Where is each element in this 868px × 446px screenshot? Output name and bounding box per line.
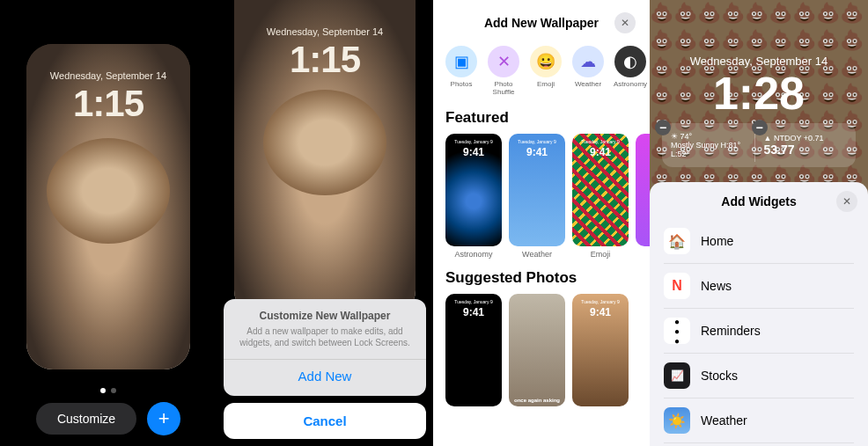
category-label: Emoji: [537, 81, 555, 89]
widget-app-reminders[interactable]: ●●● Reminders: [664, 309, 854, 354]
add-wallpaper-button[interactable]: +: [147, 402, 180, 435]
page-indicator: [0, 381, 217, 397]
wallpaper-thumb-emoji[interactable]: Tuesday, January 9 9:41: [572, 134, 629, 246]
featured-heading: Featured: [433, 106, 650, 134]
wallpaper-thumb-astronomy[interactable]: Tuesday, January 9 9:41: [445, 134, 502, 246]
weather-icon: ☀️: [664, 407, 690, 434]
suggested-photo-thumb[interactable]: Tuesday, January 9 9:41: [445, 294, 502, 406]
wallpaper-thumb-color[interactable]: [636, 134, 650, 246]
app-label: Stocks: [701, 369, 738, 383]
customize-prompt-panel: Wednesday, September 14 1:15 Customize N…: [217, 0, 433, 446]
sheet-header: Add Widgets ✕: [650, 182, 868, 219]
action-sheet-card: Customize New Wallpaper Add a new wallpa…: [224, 299, 426, 396]
widget-app-stocks[interactable]: 📈 Stocks: [664, 354, 854, 398]
reminders-icon: ●●●: [664, 318, 690, 344]
category-emoji[interactable]: 😀 Emoji: [526, 46, 565, 97]
lockscreen-date: Wednesday, September 14: [26, 70, 190, 81]
app-label: Home: [701, 234, 733, 248]
category-label: Photos: [451, 81, 473, 89]
photos-icon: ▣: [445, 46, 477, 77]
stocks-widget[interactable]: − ▲ NTDOY +0.71 53.77: [754, 128, 848, 162]
sheet-title: Add New Wallpaper: [468, 16, 614, 30]
customize-button[interactable]: Customize: [36, 403, 136, 435]
thumb-label: Emoji: [591, 250, 611, 259]
category-label: Photo Shuffle: [484, 81, 523, 97]
lockscreen-time[interactable]: 1:28: [650, 67, 868, 120]
featured-row[interactable]: Tuesday, January 9 9:41 Astronomy Tuesda…: [433, 134, 650, 266]
category-photos[interactable]: ▣ Photos: [442, 46, 481, 97]
category-label: Astronomy: [614, 81, 647, 89]
suggested-photo-thumb[interactable]: once again asking: [509, 294, 565, 406]
astronomy-icon: ◐: [614, 46, 646, 77]
cancel-button[interactable]: Cancel: [224, 403, 426, 439]
lockscreen-time: 1:15: [234, 39, 416, 81]
stocks-icon: 📈: [664, 362, 690, 389]
lockscreen-preview[interactable]: Wednesday, September 14 1:15: [26, 44, 190, 369]
lockscreen-date: Wednesday, September 14: [234, 26, 416, 37]
widget-app-weather[interactable]: ☀️ Weather: [664, 398, 854, 443]
add-widgets-sheet: Add Widgets ✕ 🏠 Home N News ●●● Reminder…: [650, 182, 868, 446]
weather-widget[interactable]: − ☀ 74° Mostly Sunny H:81° L:52°: [671, 128, 754, 162]
remove-widget-button[interactable]: −: [655, 120, 671, 135]
app-label: Weather: [701, 413, 747, 428]
bottom-toolbar: Customize +: [0, 402, 217, 435]
weather-icon: ☁: [572, 46, 604, 77]
category-photo-shuffle[interactable]: ✕ Photo Shuffle: [484, 46, 523, 97]
sheet-title: Add Widgets: [721, 194, 796, 208]
lockscreen-gallery-panel: Wednesday, September 14 1:15 Customize +: [0, 0, 217, 446]
add-widgets-panel: 💩💩💩💩💩💩💩💩💩💩💩💩💩💩💩💩💩💩💩💩💩💩💩💩💩💩💩💩💩💩💩💩💩💩💩💩💩💩💩💩…: [650, 0, 868, 446]
wallpaper-thumb-weather[interactable]: Tuesday, January 9 9:41: [509, 134, 565, 246]
news-icon: N: [664, 273, 690, 299]
category-astronomy[interactable]: ◐ Astronomy: [611, 46, 650, 97]
sheet-description: Add a new wallpaper to make edits, add w…: [232, 325, 417, 348]
remove-widget-button[interactable]: −: [752, 120, 768, 135]
emoji-icon: 😀: [530, 46, 562, 77]
close-button[interactable]: ✕: [836, 191, 857, 212]
category-label: Weather: [575, 81, 601, 89]
action-sheet: Customize New Wallpaper Add a new wallpa…: [224, 299, 426, 439]
thumb-label: Astronomy: [454, 250, 492, 259]
widget-app-news[interactable]: N News: [664, 264, 854, 309]
add-wallpaper-panel: Add New Wallpaper ✕ ▣ Photos ✕ Photo Shu…: [433, 0, 650, 446]
category-row: ▣ Photos ✕ Photo Shuffle 😀 Emoji ☁ Weath…: [433, 42, 650, 106]
widget-app-list[interactable]: 🏠 Home N News ●●● Reminders 📈 Stocks ☀️ …: [650, 219, 868, 446]
add-new-button[interactable]: Add New: [232, 360, 417, 385]
home-icon: 🏠: [664, 228, 690, 254]
app-label: Reminders: [701, 324, 761, 338]
widget-shelf[interactable]: − ☀ 74° Mostly Sunny H:81° L:52° − ▲ NTD…: [662, 123, 856, 167]
thumb-label: Weather: [522, 250, 552, 259]
shuffle-icon: ✕: [488, 46, 519, 77]
category-weather[interactable]: ☁ Weather: [569, 46, 607, 97]
close-button[interactable]: ✕: [614, 12, 636, 33]
sheet-header: Add New Wallpaper ✕: [433, 0, 650, 42]
suggested-photo-thumb[interactable]: Tuesday, January 9 9:41: [572, 294, 629, 406]
lockscreen-time: 1:15: [26, 83, 190, 125]
suggested-heading: Suggested Photos: [433, 266, 650, 294]
suggested-row[interactable]: Tuesday, January 9 9:41 once again askin…: [433, 294, 650, 413]
app-label: News: [701, 279, 732, 293]
sheet-title: Customize New Wallpaper: [232, 310, 417, 322]
widget-app-home[interactable]: 🏠 Home: [664, 219, 854, 264]
lockscreen-preview: Wednesday, September 14 1:15: [234, 0, 416, 317]
lockscreen-date[interactable]: Wednesday, September 14: [650, 55, 868, 68]
